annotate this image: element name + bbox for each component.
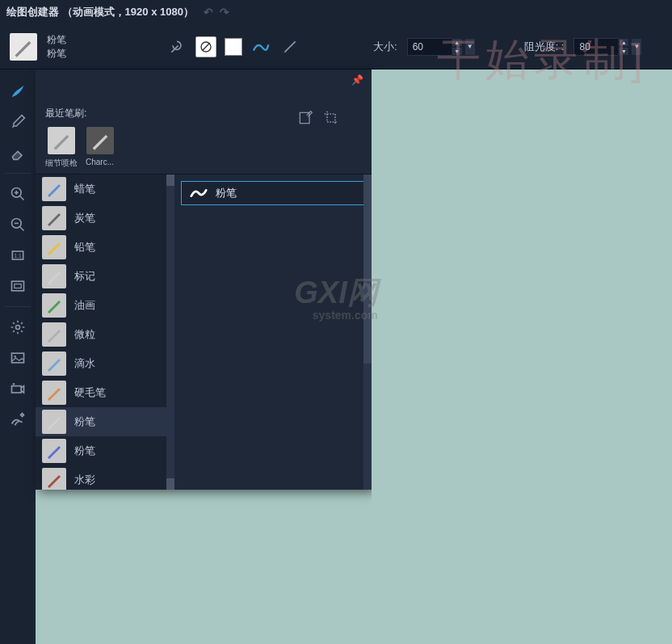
fit-screen-button[interactable] <box>3 272 32 300</box>
recent-brush-caption: 细节喷枪 <box>45 158 78 169</box>
scroll-up-icon[interactable] <box>166 175 174 186</box>
brush-category-item[interactable]: 蜡笔 <box>36 175 174 204</box>
opacity-input[interactable] <box>573 38 619 56</box>
svg-rect-12 <box>12 281 24 291</box>
size-label: 大小: <box>373 40 397 54</box>
pin-icon[interactable]: 📌 <box>351 74 363 86</box>
brush-category-item[interactable]: 水彩 <box>36 465 174 490</box>
category-thumb-icon <box>42 322 66 347</box>
recent-brush-item[interactable]: Charc... <box>86 127 114 169</box>
category-thumb-icon <box>42 439 66 463</box>
window-title: 绘图创建器 （动画模式，1920 x 1080） <box>6 5 194 19</box>
edit-icon[interactable] <box>297 110 313 126</box>
recent-brush-thumb-icon <box>48 127 75 154</box>
category-thumb-icon <box>42 264 66 288</box>
variant-scrollbar[interactable] <box>363 175 372 490</box>
category-label: 蜡笔 <box>74 182 95 196</box>
brush-category-item[interactable]: 油画 <box>36 291 174 320</box>
sidebar: 1:1 <box>0 69 36 644</box>
titlebar: 绘图创建器 （动画模式，1920 x 1080） ↶ ↷ <box>0 0 672 24</box>
toolbar: 粉笔 粉笔 大小: ▲ ▼ ▼ 阻光度: : ▲ ▼ ▼ <box>0 24 672 69</box>
category-thumb-icon <box>42 351 66 376</box>
category-label: 粉笔 <box>74 444 95 458</box>
recent-brush-item[interactable]: 细节喷枪 <box>45 127 78 169</box>
brush-tool-button[interactable] <box>3 78 32 105</box>
category-label: 硬毛笔 <box>74 385 106 400</box>
scroll-up-icon[interactable] <box>363 175 372 186</box>
brush-category-item[interactable]: 粉笔 <box>36 407 174 436</box>
svg-rect-17 <box>12 386 22 393</box>
chalk-stroke-icon <box>190 187 208 200</box>
scroll-down-icon[interactable] <box>166 478 174 490</box>
brush-preview[interactable] <box>10 33 37 61</box>
recent-brush-thumb-icon <box>86 127 114 154</box>
opacity-up-button[interactable]: ▲ <box>618 38 629 47</box>
size-dropdown-button[interactable]: ▼ <box>464 38 476 56</box>
undo-icon[interactable]: ↶ <box>204 6 213 19</box>
category-scrollbar[interactable] <box>166 175 174 490</box>
category-thumb-icon <box>42 235 66 259</box>
category-thumb-icon <box>42 468 66 490</box>
actual-size-button[interactable]: 1:1 <box>3 242 32 269</box>
no-entry-icon[interactable] <box>195 36 216 57</box>
svg-line-8 <box>20 227 24 231</box>
effects-button[interactable] <box>3 406 32 433</box>
brush-variant-label: 粉笔 <box>47 47 66 61</box>
svg-line-4 <box>20 196 24 200</box>
svg-line-2 <box>284 41 295 52</box>
opacity-dropdown-button[interactable]: ▼ <box>631 38 642 56</box>
brush-category-item[interactable]: 炭笔 <box>36 204 174 233</box>
svg-point-16 <box>14 356 16 358</box>
scroll-down-icon[interactable] <box>363 186 372 364</box>
brush-category-item[interactable]: 微粒 <box>36 320 174 349</box>
brush-category-item[interactable]: 标记 <box>36 262 174 291</box>
brush-variant-item[interactable]: 粉笔 <box>181 181 365 205</box>
zoom-in-button[interactable] <box>3 180 32 208</box>
recent-brush-caption: Charc... <box>86 158 114 166</box>
canvas[interactable] <box>372 69 672 644</box>
svg-rect-13 <box>15 284 21 288</box>
eraser-tool-button[interactable] <box>3 139 32 166</box>
recent-brushes-label: 最近笔刷: <box>45 107 114 120</box>
svg-line-1 <box>202 43 209 50</box>
size-input[interactable] <box>407 38 452 56</box>
brush-panel: 📌 最近笔刷: 细节喷枪 Charc... <box>36 69 372 490</box>
stroke-preview-icon[interactable] <box>250 36 271 57</box>
size-up-button[interactable]: ▲ <box>452 38 463 47</box>
opacity-down-button[interactable]: ▼ <box>618 47 629 56</box>
category-label: 水彩 <box>74 473 95 487</box>
redo-icon[interactable]: ↷ <box>220 6 229 19</box>
category-thumb-icon <box>42 177 66 201</box>
size-down-button[interactable]: ▼ <box>452 47 463 56</box>
brush-category-item[interactable]: 铅笔 <box>36 233 174 262</box>
svg-rect-15 <box>12 353 24 363</box>
zoom-out-button[interactable] <box>3 211 32 238</box>
brush-category-label: 粉笔 <box>47 33 66 47</box>
color-swatch[interactable] <box>225 38 242 56</box>
settings-button[interactable] <box>3 314 32 341</box>
category-label: 标记 <box>74 269 95 284</box>
brush-category-item[interactable]: 滴水 <box>36 349 174 378</box>
opacity-spinner[interactable]: ▲ ▼ ▼ <box>573 38 642 56</box>
brush-category-list: 蜡笔炭笔铅笔标记油画微粒滴水硬毛笔粉笔粉笔水彩 <box>36 175 174 490</box>
category-label: 油画 <box>74 298 95 313</box>
eyedropper-tool-button[interactable] <box>3 108 32 136</box>
variant-label: 粉笔 <box>216 186 237 200</box>
category-label: 微粒 <box>74 327 95 342</box>
image-button[interactable] <box>3 344 32 372</box>
category-thumb-icon <box>42 293 66 318</box>
svg-point-14 <box>16 326 20 330</box>
category-thumb-icon <box>42 381 66 405</box>
size-spinner[interactable]: ▲ ▼ ▼ <box>407 38 476 56</box>
category-label: 粉笔 <box>74 415 95 429</box>
crop-icon[interactable] <box>323 110 339 126</box>
brush-reset-icon[interactable] <box>166 36 187 57</box>
opacity-label: 阻光度: : <box>524 40 565 54</box>
brush-category-item[interactable]: 粉笔 <box>36 436 174 465</box>
svg-point-18 <box>13 383 15 385</box>
brush-category-item[interactable]: 硬毛笔 <box>36 378 174 407</box>
camera-button[interactable] <box>3 375 32 402</box>
category-thumb-icon <box>42 206 66 230</box>
line-tool-icon[interactable] <box>279 36 300 57</box>
category-label: 滴水 <box>74 356 95 371</box>
